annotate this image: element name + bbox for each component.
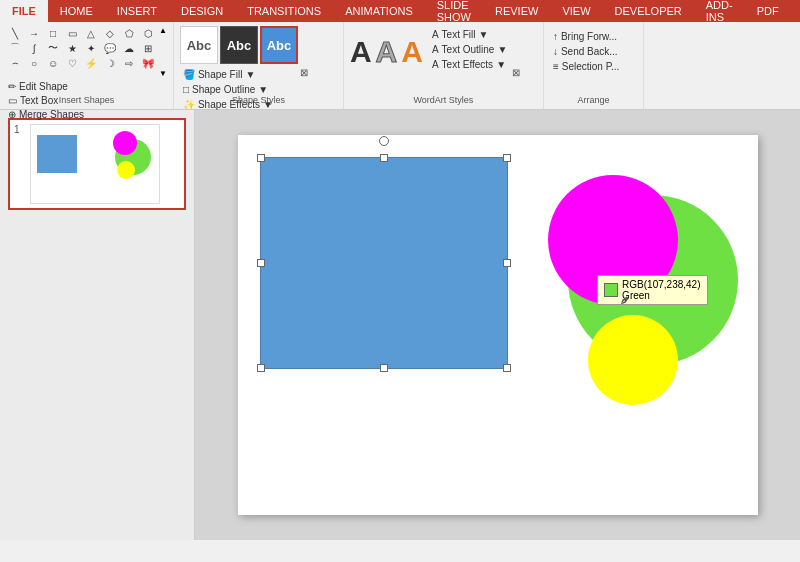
tab-addins[interactable]: ADD-INS [694, 0, 745, 22]
color-swatch [604, 283, 618, 297]
wave-icon[interactable]: 〜 [44, 41, 62, 55]
wordart-styles-group: A A A A Text Fill ▼ A Text Outline ▼ [344, 22, 544, 109]
rounded-rect-icon[interactable]: ▭ [63, 26, 81, 40]
color-rgb-label: RGB(107,238,42) [622, 279, 700, 290]
canvas-area: RGB(107,238,42) Green ✒ [195, 110, 800, 540]
tab-design[interactable]: DESIGN [169, 0, 235, 22]
slide-canvas: RGB(107,238,42) Green ✒ [238, 135, 758, 515]
edit-shape-icon: ✏ [8, 81, 16, 92]
shape-fill-button[interactable]: 🪣 Shape Fill ▼ [180, 68, 298, 81]
tab-fo[interactable]: FO [791, 0, 800, 22]
selection-pane-button[interactable]: ≡ Selection P... [550, 60, 622, 73]
tab-file[interactable]: FILE [0, 0, 48, 22]
ribbon-icon[interactable]: 🎀 [139, 56, 157, 70]
star5-icon[interactable]: ★ [63, 41, 81, 55]
handle-mr[interactable] [503, 259, 511, 267]
misc-shape-icon[interactable]: ⊞ [139, 41, 157, 55]
cloud-icon[interactable]: ☁ [120, 41, 138, 55]
style-box-1[interactable]: Abc [180, 26, 218, 64]
merge-shapes-button[interactable]: ⊕ Merge Shapes [6, 108, 86, 121]
tab-insert[interactable]: INSERT [105, 0, 169, 22]
shapes-scroll-down[interactable]: ▼ [159, 69, 167, 78]
pentagon-icon[interactable]: ⬠ [120, 26, 138, 40]
bring-forward-button[interactable]: ↑ Bring Forw... [550, 30, 622, 43]
fill-bucket-icon: 🪣 [183, 69, 195, 80]
bolt-icon[interactable]: ⚡ [82, 56, 100, 70]
handle-tr[interactable] [503, 154, 511, 162]
handle-tl[interactable] [257, 154, 265, 162]
wordart-a1[interactable]: A [350, 35, 372, 69]
outline-icon: □ [183, 84, 189, 95]
color-name-label: Green [622, 290, 700, 301]
tab-pdf[interactable]: PDF [745, 0, 791, 22]
tab-review[interactable]: REVIEW [483, 0, 550, 22]
tab-view[interactable]: VIEW [550, 0, 602, 22]
insert-shapes-group: ╲ → □ ▭ △ ◇ ⬠ ⬡ ⌒ ∫ 〜 [0, 22, 174, 109]
edit-shape-button[interactable]: ✏ Edit Shape [6, 80, 86, 93]
tab-developer[interactable]: DEVELOPER [603, 0, 694, 22]
wordart-styles-expand-icon[interactable]: ⊠ [512, 67, 520, 78]
moon-icon[interactable]: ☽ [101, 56, 119, 70]
line-shape-icon[interactable]: ╲ [6, 26, 24, 40]
merge-icon: ⊕ [8, 109, 16, 120]
slide-thumbnail[interactable]: 1 [8, 118, 186, 210]
tab-home[interactable]: HOME [48, 0, 105, 22]
thumb-blue-rect [37, 135, 77, 173]
handle-bl[interactable] [257, 364, 265, 372]
circles-area: RGB(107,238,42) Green ✒ [518, 175, 738, 475]
blue-rectangle[interactable] [260, 157, 508, 369]
wordart-a3[interactable]: A [401, 35, 423, 69]
ribbon-tabs: FILE HOME INSERT DESIGN TRANSITIONS ANIM… [0, 0, 800, 22]
ribbon: ╲ → □ ▭ △ ◇ ⬠ ⬡ ⌒ ∫ 〜 [0, 22, 800, 110]
rotate-handle[interactable] [379, 136, 389, 146]
thumb-magenta-circle [113, 131, 137, 155]
handle-bm[interactable] [380, 364, 388, 372]
slide-number: 1 [14, 124, 26, 135]
arrange-label: Arrange [544, 95, 643, 105]
block-arrow-icon[interactable]: ⇨ [120, 56, 138, 70]
text-fill-button[interactable]: A Text Fill ▼ [429, 28, 510, 41]
curve-icon[interactable]: ∫ [25, 41, 43, 55]
diamond-icon[interactable]: ◇ [101, 26, 119, 40]
tab-transitions[interactable]: TRANSITIONS [235, 0, 333, 22]
shape-styles-expand-icon[interactable]: ⊠ [300, 67, 308, 78]
send-back-button[interactable]: ↓ Send Back... [550, 45, 622, 58]
selection-icon: ≡ [553, 61, 559, 72]
freeform-icon[interactable]: ⌒ [6, 41, 24, 55]
color-tooltip: RGB(107,238,42) Green [597, 275, 707, 305]
handle-br[interactable] [503, 364, 511, 372]
shape-styles-label: Shape Styles [174, 95, 343, 105]
insert-shapes-label: Insert Shapes [0, 95, 173, 105]
smiley-icon[interactable]: ☺ [44, 56, 62, 70]
shape-styles-group: Abc Abc Abc 🪣 Shape Fill ▼ [174, 22, 344, 109]
yellow-circle[interactable] [588, 315, 678, 405]
arc-icon[interactable]: ⌢ [6, 56, 24, 70]
arrange-group: ↑ Bring Forw... ↓ Send Back... ≡ Selecti… [544, 22, 644, 109]
bring-forward-icon: ↑ [553, 31, 558, 42]
handle-ml[interactable] [257, 259, 265, 267]
slide-thumb-content [30, 124, 160, 204]
starburst-icon[interactable]: ✦ [82, 41, 100, 55]
wordart-styles-label: WordArt Styles [344, 95, 543, 105]
triangle-icon[interactable]: △ [82, 26, 100, 40]
rect-shape-icon[interactable]: □ [44, 26, 62, 40]
hexagon-icon[interactable]: ⬡ [139, 26, 157, 40]
slide-panel: 1 [0, 110, 195, 540]
callout-icon[interactable]: 💬 [101, 41, 119, 55]
text-effects-icon: A [432, 59, 439, 70]
arrow-shape-icon[interactable]: → [25, 26, 43, 40]
tab-animations[interactable]: ANIMATIONS [333, 0, 425, 22]
shapes-scroll-up[interactable]: ▲ [159, 26, 167, 35]
main-area: 1 [0, 110, 800, 540]
text-outline-button[interactable]: A Text Outline ▼ [429, 43, 510, 56]
handle-tm[interactable] [380, 154, 388, 162]
oval-icon[interactable]: ○ [25, 56, 43, 70]
style-box-2[interactable]: Abc [220, 26, 258, 64]
text-effects-button[interactable]: A Text Effects ▼ [429, 58, 510, 71]
style-box-3[interactable]: Abc [260, 26, 298, 64]
heart-icon[interactable]: ♡ [63, 56, 81, 70]
thumb-yellow-circle [117, 161, 135, 179]
wordart-a2[interactable]: A [376, 35, 398, 69]
text-outline-icon: A [432, 44, 439, 55]
tab-slideshow[interactable]: SLIDE SHOW [425, 0, 483, 22]
